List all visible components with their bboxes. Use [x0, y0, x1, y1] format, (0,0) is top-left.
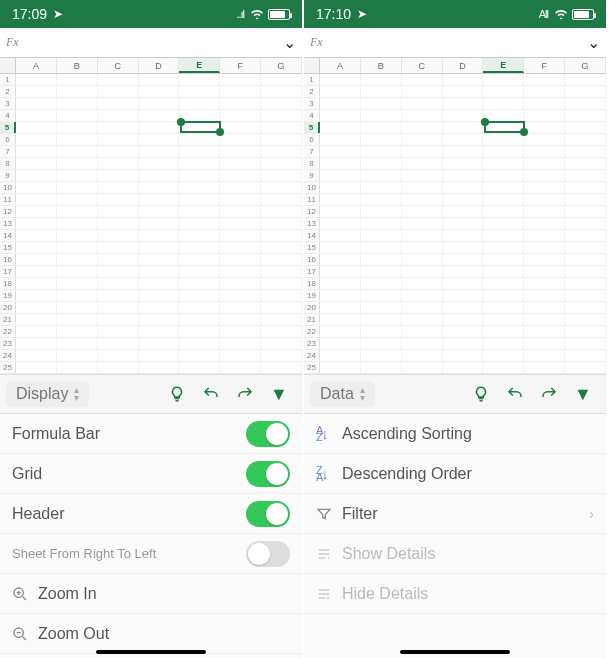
cell[interactable] [179, 266, 220, 277]
row-header[interactable]: 25 [0, 362, 16, 373]
cell[interactable] [320, 98, 361, 109]
cell[interactable] [220, 314, 261, 325]
cell[interactable] [261, 350, 302, 361]
cell[interactable] [483, 194, 524, 205]
cell[interactable] [524, 122, 565, 133]
cell[interactable] [524, 254, 565, 265]
cell[interactable] [320, 290, 361, 301]
cell[interactable] [57, 326, 98, 337]
cell[interactable] [220, 230, 261, 241]
cell[interactable] [361, 194, 402, 205]
cell[interactable] [565, 170, 606, 181]
cell[interactable] [361, 86, 402, 97]
cell[interactable] [402, 218, 443, 229]
cell[interactable] [361, 290, 402, 301]
cell[interactable] [524, 218, 565, 229]
cell[interactable] [220, 302, 261, 313]
cell[interactable] [261, 122, 302, 133]
cell[interactable] [483, 134, 524, 145]
row-header[interactable]: 25 [304, 362, 320, 373]
cell[interactable] [524, 242, 565, 253]
cell[interactable] [220, 266, 261, 277]
cell[interactable] [98, 278, 139, 289]
cell[interactable] [443, 182, 484, 193]
cell[interactable] [220, 122, 261, 133]
cell[interactable] [98, 122, 139, 133]
cell[interactable] [402, 182, 443, 193]
cell[interactable] [179, 302, 220, 313]
cell[interactable] [98, 194, 139, 205]
cell[interactable] [443, 230, 484, 241]
cell[interactable] [320, 110, 361, 121]
cell[interactable] [361, 98, 402, 109]
column-header[interactable]: B [361, 58, 402, 73]
cell[interactable] [220, 146, 261, 157]
cell[interactable] [98, 266, 139, 277]
cell[interactable] [565, 146, 606, 157]
cell[interactable] [57, 290, 98, 301]
cell[interactable] [320, 278, 361, 289]
cell[interactable] [139, 218, 180, 229]
cell[interactable] [179, 146, 220, 157]
row-header[interactable]: 14 [304, 230, 320, 241]
cell[interactable] [139, 254, 180, 265]
cell[interactable] [320, 314, 361, 325]
cell[interactable] [261, 110, 302, 121]
cell[interactable] [220, 254, 261, 265]
cell[interactable] [320, 350, 361, 361]
cell[interactable] [565, 122, 606, 133]
cell[interactable] [261, 290, 302, 301]
cell[interactable] [98, 110, 139, 121]
cell[interactable] [402, 158, 443, 169]
cell[interactable] [220, 290, 261, 301]
cell[interactable] [402, 146, 443, 157]
cell[interactable] [402, 362, 443, 373]
column-header[interactable]: C [402, 58, 443, 73]
row-header[interactable]: 3 [0, 98, 16, 109]
cell[interactable] [565, 314, 606, 325]
cell[interactable] [524, 134, 565, 145]
row-header[interactable]: 2 [0, 86, 16, 97]
cell[interactable] [361, 362, 402, 373]
cell[interactable] [443, 218, 484, 229]
cell[interactable] [57, 314, 98, 325]
cell[interactable] [261, 74, 302, 85]
cell[interactable] [524, 170, 565, 181]
row-header[interactable]: 1 [304, 74, 320, 85]
cell[interactable] [220, 110, 261, 121]
cell[interactable] [16, 86, 57, 97]
cell[interactable] [220, 182, 261, 193]
cell[interactable] [57, 266, 98, 277]
cell[interactable] [524, 194, 565, 205]
column-header[interactable]: C [98, 58, 139, 73]
cell[interactable] [98, 302, 139, 313]
cell[interactable] [98, 254, 139, 265]
cell[interactable] [57, 338, 98, 349]
cell[interactable] [179, 290, 220, 301]
cell[interactable] [98, 362, 139, 373]
cell[interactable] [139, 194, 180, 205]
cell[interactable] [57, 194, 98, 205]
row-header[interactable]: 5 [0, 122, 16, 133]
cell[interactable] [220, 86, 261, 97]
cell[interactable] [261, 194, 302, 205]
cell[interactable] [16, 218, 57, 229]
collapse-icon[interactable]: ▼ [262, 377, 296, 411]
cell[interactable] [139, 326, 180, 337]
cell[interactable] [320, 158, 361, 169]
cell[interactable] [139, 98, 180, 109]
cell[interactable] [139, 338, 180, 349]
cell[interactable] [16, 326, 57, 337]
cell[interactable] [179, 254, 220, 265]
cell[interactable] [483, 326, 524, 337]
cell[interactable] [57, 86, 98, 97]
cell[interactable] [443, 146, 484, 157]
cell[interactable] [220, 326, 261, 337]
cell[interactable] [565, 86, 606, 97]
row-header[interactable]: 10 [0, 182, 16, 193]
cell[interactable] [443, 350, 484, 361]
collapse-icon[interactable]: ▼ [566, 377, 600, 411]
cell[interactable] [565, 134, 606, 145]
cell[interactable] [483, 74, 524, 85]
column-header[interactable]: D [443, 58, 484, 73]
